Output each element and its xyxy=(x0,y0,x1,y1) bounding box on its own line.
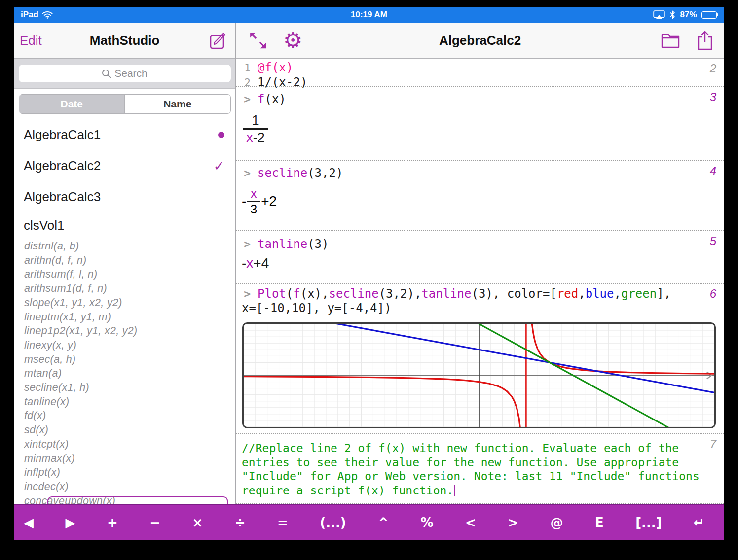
key-next[interactable]: ▶ xyxy=(63,513,77,532)
entry-number: 7 xyxy=(710,437,716,451)
key-minus[interactable]: − xyxy=(148,513,162,532)
worksheet-cell-plot[interactable]: > Plot(f(x),secline(3,2),tanline(3), col… xyxy=(236,284,724,434)
function-list: distrnl(a, b)arithn(d, f, n)arithsum(f, … xyxy=(14,239,235,504)
prompt-chevron-icon: > xyxy=(236,166,251,180)
code-text: @f(x) xyxy=(258,61,293,75)
comment-text: //Replace line 2 of f(x) with new functi… xyxy=(236,434,724,497)
fullscreen-button[interactable] xyxy=(248,30,268,51)
function-list-item[interactable]: arithsum(f, l, n) xyxy=(24,267,235,281)
sort-segment-row: Date Name xyxy=(14,89,235,119)
input-expression-continuation: x=[-10,10], y=[-4,4]) xyxy=(242,301,391,315)
text-cursor xyxy=(454,485,455,496)
key-brackets[interactable]: [...] xyxy=(633,513,664,532)
key-return[interactable]: ↵ xyxy=(692,513,706,532)
search-panel: Search xyxy=(14,59,235,89)
worksheet-cell-script[interactable]: 1 @f(x) 2 1/(x-2) 2 xyxy=(236,59,724,87)
key-equals[interactable]: = xyxy=(275,513,290,532)
key-power[interactable]: ^ xyxy=(376,513,391,532)
key-prev[interactable]: ◀ xyxy=(22,513,36,532)
function-list-item[interactable]: slope(x1, y1, x2, y2) xyxy=(24,296,235,310)
function-list-item[interactable]: inflpt(x) xyxy=(24,465,235,480)
worksheet-header: ⚙ AlgebraCalc2 xyxy=(236,23,724,59)
sidebar-header: Edit MathStudio xyxy=(14,23,235,59)
battery-icon xyxy=(701,11,719,19)
unsaved-dot-icon xyxy=(218,132,224,138)
settings-button[interactable]: ⚙ xyxy=(283,31,302,50)
key-at[interactable]: @ xyxy=(548,513,565,532)
sort-by-date-segment[interactable]: Date xyxy=(19,95,125,113)
key-exponent[interactable]: E xyxy=(593,513,606,532)
document-row-algebracalc2[interactable]: AlgebraCalc2 ✓ xyxy=(24,150,235,181)
function-list-item[interactable]: xintcpt(x) xyxy=(24,437,235,452)
worksheet-title: AlgebraCalc2 xyxy=(236,33,724,48)
app-window: iPad 10:19 AM 87% xyxy=(14,7,724,540)
key-parens[interactable]: (...) xyxy=(318,513,348,532)
worksheet-pane: ⚙ AlgebraCalc2 xyxy=(236,23,724,504)
compose-button[interactable] xyxy=(209,31,235,50)
entry-number: 5 xyxy=(710,234,716,248)
function-list-item[interactable]: minmax(x) xyxy=(24,452,235,466)
input-expression: secline(3,2) xyxy=(258,166,343,180)
function-list-item[interactable]: linexy(x, y) xyxy=(24,338,235,352)
folder-icon xyxy=(661,33,680,48)
prompt-chevron-icon: > xyxy=(236,287,251,301)
function-list-item[interactable]: sd(x) xyxy=(24,423,235,437)
math-key-toolbar: ◀▶+−×÷=(...)^%<>@E[...]↵ 123 xyxy=(14,504,724,540)
prompt-chevron-icon: > xyxy=(236,237,251,251)
result-fraction: 1 x-2 xyxy=(243,112,268,145)
plot-output[interactable] xyxy=(242,322,716,428)
search-placeholder: Search xyxy=(114,68,148,79)
function-list-item[interactable]: incdec(x) xyxy=(24,480,235,494)
function-list-item[interactable]: linep1p2(x1, y1, x2, y2) xyxy=(24,324,235,338)
function-list-item[interactable]: msec(a, h) xyxy=(24,352,235,367)
selected-check-icon: ✓ xyxy=(213,158,224,174)
search-input[interactable]: Search xyxy=(19,65,231,82)
document-list: AlgebraCalc1 AlgebraCalc2 ✓ AlgebraCalc3… xyxy=(14,119,235,504)
function-list-item[interactable]: distrnl(a, b) xyxy=(24,239,235,253)
document-row-algebracalc3[interactable]: AlgebraCalc3 xyxy=(24,181,235,212)
function-list-item[interactable]: fd(x) xyxy=(24,409,235,423)
gear-icon: ⚙ xyxy=(283,28,302,53)
function-list-item[interactable]: arithn(d, f, n) xyxy=(24,253,235,268)
key-divide[interactable]: ÷ xyxy=(233,513,248,532)
entry-number: 6 xyxy=(710,287,716,301)
expand-arrows-icon xyxy=(248,30,268,51)
edit-button[interactable]: Edit xyxy=(14,33,42,48)
entry-number: 2 xyxy=(710,62,716,75)
clock: 10:19 AM xyxy=(14,10,724,20)
sort-segmented-control: Date Name xyxy=(19,94,231,114)
sidebar-bottom-button[interactable] xyxy=(47,496,228,504)
input-expression: f(x) xyxy=(258,92,286,106)
bluetooth-icon xyxy=(669,10,675,19)
prompt-chevron-icon: > xyxy=(236,92,251,106)
toolbar-keys: ◀▶+−×÷=(...)^%<>@E[...]↵ xyxy=(22,513,706,532)
sidebar: Edit MathStudio Search xyxy=(14,23,236,504)
line-number: 1 xyxy=(236,61,251,75)
worksheet-cell-secline[interactable]: > secline(3,2) - x 3 +2 4 xyxy=(236,161,724,231)
function-list-item[interactable]: secline(x1, h) xyxy=(24,381,235,395)
sort-by-name-segment[interactable]: Name xyxy=(124,95,230,113)
function-list-item[interactable]: arithsum1(d, f, n) xyxy=(24,281,235,296)
key-greater-than[interactable]: > xyxy=(506,513,520,532)
entry-number: 3 xyxy=(710,90,716,104)
share-button[interactable] xyxy=(697,31,713,50)
airplay-icon xyxy=(653,10,665,19)
document-row-clsvol1[interactable]: clsVol1 xyxy=(24,212,235,238)
entry-number: 4 xyxy=(710,164,716,178)
worksheet-cell-fx[interactable]: > f(x) 1 x-2 3 xyxy=(236,87,724,161)
key-percent[interactable]: % xyxy=(418,513,435,532)
worksheet-cell-tanline[interactable]: > tanline(3) -x+4 5 xyxy=(236,231,724,284)
search-icon xyxy=(102,69,111,78)
key-multiply[interactable]: × xyxy=(190,513,205,532)
folder-button[interactable] xyxy=(661,33,680,48)
input-expression: Plot(f(x),secline(3,2),tanline(3), color… xyxy=(258,287,671,301)
share-icon xyxy=(697,31,713,50)
status-bar: iPad 10:19 AM 87% xyxy=(14,7,724,23)
document-row-algebracalc1[interactable]: AlgebraCalc1 xyxy=(24,119,235,150)
key-less-than[interactable]: < xyxy=(463,513,478,532)
function-list-item[interactable]: mtan(a) xyxy=(24,366,235,381)
function-list-item[interactable]: lineptm(x1, y1, m) xyxy=(24,310,235,324)
function-list-item[interactable]: tanline(x) xyxy=(24,395,235,409)
key-plus[interactable]: + xyxy=(105,513,120,532)
worksheet-cell-comment[interactable]: //Replace line 2 of f(x) with new functi… xyxy=(236,434,724,504)
